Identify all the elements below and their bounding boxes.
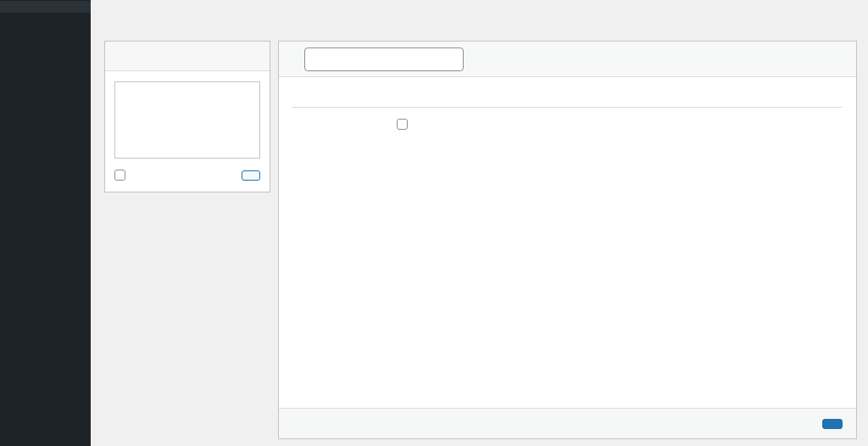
menu-structure-panel [278, 41, 857, 439]
pages-section-body [105, 71, 270, 192]
save-menu-button[interactable] [822, 419, 843, 429]
auto-add-pages-option [397, 119, 414, 130]
display-location-label [292, 143, 397, 144]
auto-add-pages-checkbox[interactable] [397, 119, 408, 130]
appearance-submenu [0, 1, 91, 13]
select-all-checkbox[interactable] [114, 170, 125, 181]
add-menu-items-panel [104, 41, 270, 192]
select-all-row [114, 170, 131, 181]
menu-name-input[interactable] [304, 47, 464, 71]
settings-divider [292, 107, 843, 108]
pages-section-header[interactable] [105, 42, 270, 71]
admin-sidebar [0, 0, 91, 446]
menu-name-row [279, 42, 856, 77]
auto-add-pages-label [292, 119, 397, 133]
menu-items-list [279, 98, 856, 98]
drag-instructions [279, 77, 856, 98]
menu-actions-footer [279, 408, 856, 438]
pages-checklist [114, 81, 260, 159]
add-to-menu-button[interactable] [242, 170, 260, 181]
